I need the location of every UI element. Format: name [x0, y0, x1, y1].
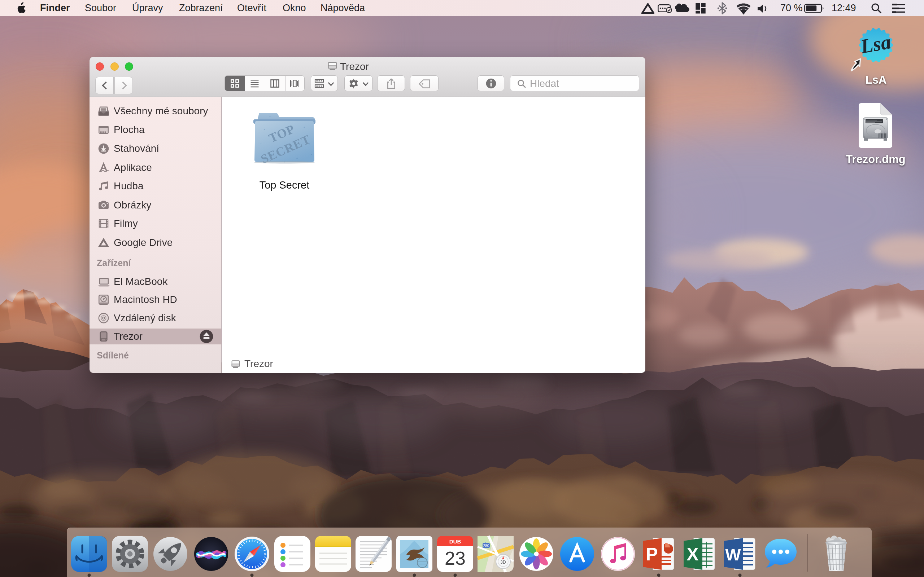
svg-text:DUB: DUB — [449, 538, 461, 545]
svg-text:3D: 3D — [500, 560, 506, 565]
svg-text:280: 280 — [483, 544, 489, 548]
svg-text:P: P — [646, 544, 657, 564]
svg-text:23: 23 — [445, 548, 465, 569]
svg-text:W: W — [725, 545, 741, 564]
svg-text:X: X — [687, 544, 698, 564]
